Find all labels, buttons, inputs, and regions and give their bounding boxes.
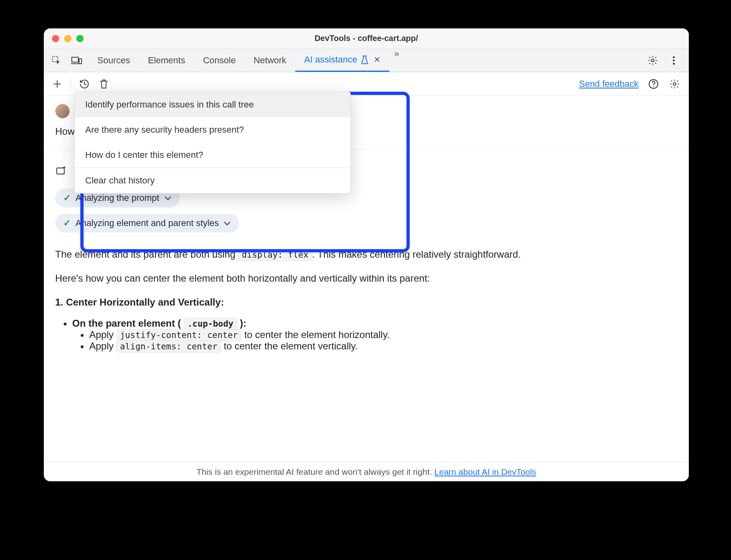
- chevron-down-icon: [224, 221, 231, 226]
- svg-point-7: [673, 59, 675, 61]
- kebab-menu-icon[interactable]: [668, 54, 680, 67]
- svg-point-6: [673, 56, 675, 58]
- devtools-window: DevTools - coffee-cart.app/ Sources Elem…: [44, 28, 689, 481]
- new-chat-icon[interactable]: [51, 78, 63, 90]
- ai-sparkle-icon: [55, 164, 67, 177]
- svg-point-8: [673, 62, 675, 65]
- tab-label: AI assistance: [304, 54, 357, 65]
- check-icon: ✓: [63, 218, 71, 228]
- titlebar: DevTools - coffee-cart.app/: [44, 28, 689, 49]
- divider: [71, 78, 71, 90]
- svg-rect-3: [79, 59, 82, 64]
- code-inline: .cup-body: [184, 318, 237, 330]
- tab-network[interactable]: Network: [245, 49, 295, 72]
- check-icon: ✓: [63, 193, 71, 203]
- send-feedback-link[interactable]: Send feedback: [579, 79, 639, 89]
- avatar: [55, 104, 70, 118]
- code-inline: justify-content: center: [116, 329, 242, 341]
- chevron-down-icon: [164, 196, 172, 200]
- tab-label: Sources: [97, 55, 130, 66]
- history-popup: Identify performance issues in this call…: [74, 92, 351, 194]
- tab-label: Console: [203, 55, 236, 66]
- tab-elements[interactable]: Elements: [139, 49, 194, 72]
- ai-paragraph: Here's how you can center the element bo…: [55, 270, 677, 287]
- tabbar: Sources Elements Console Network AI assi…: [44, 49, 689, 72]
- list-item: On the parent element ( .cup-body ): App…: [72, 318, 677, 352]
- history-icon[interactable]: [78, 78, 90, 90]
- tab-sources[interactable]: Sources: [88, 49, 139, 72]
- flask-icon: [361, 55, 369, 64]
- chip-label: Analyzing element and parent styles: [75, 218, 219, 228]
- delete-icon[interactable]: [98, 78, 110, 90]
- inspect-icon[interactable]: [50, 54, 62, 67]
- history-item[interactable]: How do I center this element?: [75, 142, 350, 168]
- history-item[interactable]: Identify performance issues in this call…: [75, 92, 350, 117]
- footer-banner: This is an experimental AI feature and w…: [44, 462, 689, 481]
- code-inline: display: flex: [238, 249, 312, 261]
- analyzing-styles-chip[interactable]: ✓ Analyzing element and parent styles: [55, 214, 239, 233]
- settings-gear-icon[interactable]: [647, 54, 659, 67]
- footer-text: This is an experimental AI feature and w…: [196, 467, 432, 477]
- history-item[interactable]: Are there any security headers present?: [75, 117, 350, 142]
- panel-settings-gear-icon[interactable]: [669, 78, 681, 90]
- list-item: Apply justify-content: center to center …: [89, 329, 677, 340]
- svg-rect-14: [57, 168, 64, 174]
- tab-label: Elements: [148, 55, 185, 66]
- tab-label: Network: [254, 55, 286, 66]
- help-icon[interactable]: [647, 78, 660, 90]
- more-tabs-icon[interactable]: »: [389, 49, 404, 72]
- clear-history-item[interactable]: Clear chat history: [75, 168, 350, 193]
- window-title: DevTools - coffee-cart.app/: [44, 34, 689, 43]
- device-toolbar-icon[interactable]: [71, 54, 83, 67]
- ai-paragraph: The element and its parent are both usin…: [55, 246, 677, 263]
- svg-point-13: [673, 82, 676, 85]
- footer-link[interactable]: Learn about AI in DevTools: [434, 467, 536, 477]
- ai-heading: 1. Center Horizontally and Vertically:: [55, 294, 677, 311]
- svg-rect-1: [72, 57, 78, 62]
- svg-point-5: [651, 59, 654, 62]
- bullet-list: On the parent element ( .cup-body ): App…: [55, 318, 677, 352]
- tab-console[interactable]: Console: [194, 49, 245, 72]
- tab-ai-assistance[interactable]: AI assistance ✕: [295, 49, 389, 72]
- list-item: Apply align-items: center to center the …: [89, 340, 677, 352]
- code-inline: align-items: center: [116, 340, 221, 353]
- chip-label: Analyzing the prompt: [75, 193, 159, 203]
- svg-point-12: [653, 86, 654, 87]
- close-tab-icon[interactable]: ✕: [374, 55, 381, 65]
